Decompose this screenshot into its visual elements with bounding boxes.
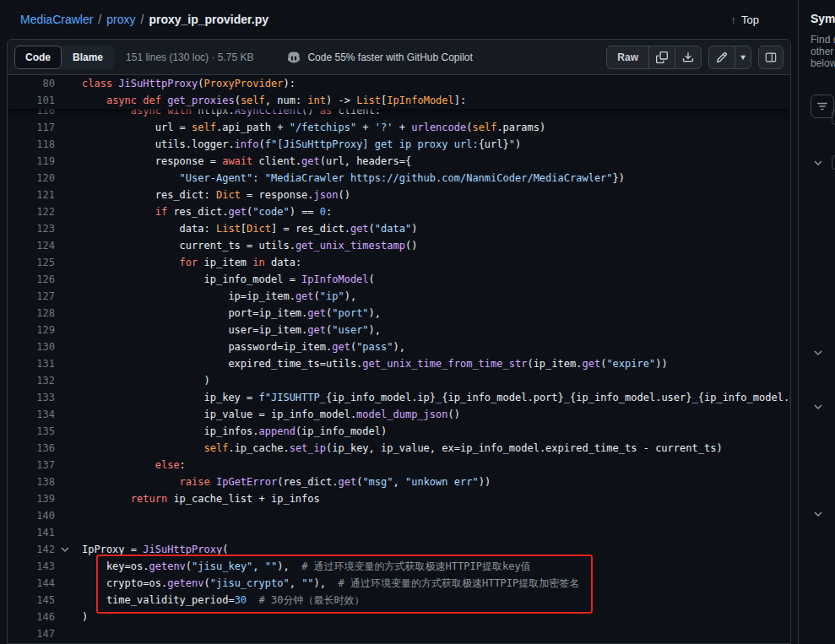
- line-number[interactable]: 121: [8, 187, 55, 203]
- line-number[interactable]: 133: [8, 389, 55, 406]
- breadcrumb-folder-link[interactable]: proxy: [106, 13, 135, 26]
- chevron-slot: [55, 338, 75, 355]
- edit-options-dropdown[interactable]: ▾: [735, 46, 751, 69]
- chevron-slot: [55, 558, 75, 575]
- code-line: 120 "User-Agent": "MediaCrawler https://…: [8, 170, 790, 187]
- chevron-slot: [55, 220, 75, 237]
- symbol-tree-chevron-down-icon[interactable]: [811, 401, 825, 413]
- line-number[interactable]: 124: [8, 237, 55, 254]
- filter-symbols-button[interactable]: [811, 95, 834, 118]
- line-number[interactable]: 131: [8, 355, 55, 372]
- symbols-panel-toggle-button[interactable]: [758, 46, 783, 69]
- line-number[interactable]: 122: [8, 203, 55, 220]
- chevron-slot: [55, 389, 75, 406]
- line-number[interactable]: 135: [8, 423, 55, 440]
- file-toolbar: Code Blame 151 lines (130 loc) · 5.75 KB…: [8, 40, 790, 75]
- chevron-slot: [55, 187, 75, 203]
- code-text: ip=ip_item.get("ip"),: [82, 288, 790, 305]
- line-number[interactable]: 117: [8, 119, 55, 136]
- line-number[interactable]: 129: [8, 322, 55, 338]
- line-number[interactable]: 130: [8, 338, 55, 355]
- chevron-down-icon: ▾: [740, 52, 745, 62]
- chevron-slot: [55, 288, 75, 305]
- line-number[interactable]: 142: [8, 541, 55, 558]
- collapse-region-chevron-icon[interactable]: [55, 541, 75, 558]
- line-gutter: 132: [8, 372, 82, 389]
- code-text: url = self.api_path + "/fetchips" + '?' …: [82, 119, 790, 136]
- line-gutter: 147: [8, 625, 82, 642]
- line-number[interactable]: 134: [8, 406, 55, 423]
- download-icon: [682, 51, 694, 63]
- code-line: 146): [8, 609, 790, 625]
- filter-icon: [816, 100, 828, 112]
- copy-raw-button[interactable]: [648, 46, 675, 69]
- file-view-box: Code Blame 151 lines (130 loc) · 5.75 KB…: [7, 39, 791, 644]
- download-raw-button[interactable]: [675, 46, 702, 69]
- code-text: key=os.getenv("jisu_key", ""), # 通过环境变量的…: [82, 558, 790, 575]
- line-gutter: 129: [8, 322, 82, 338]
- line-number[interactable]: 136: [8, 440, 55, 457]
- edit-button-group: ▾: [708, 46, 751, 69]
- symbol-tree-chevron-down-icon[interactable]: [811, 508, 825, 520]
- line-number[interactable]: 125: [8, 254, 55, 271]
- code-text: ): [82, 372, 790, 389]
- chevron-slot: [55, 625, 75, 642]
- chevron-slot: [55, 372, 75, 389]
- line-number[interactable]: 132: [8, 372, 55, 389]
- line-number[interactable]: 101: [8, 92, 55, 109]
- chevron-slot: [55, 524, 75, 541]
- line-number[interactable]: 119: [8, 153, 55, 170]
- symbols-panel: Symbols Find definitions and references …: [798, 0, 835, 644]
- line-number[interactable]: 137: [8, 457, 55, 474]
- line-number[interactable]: 138: [8, 474, 55, 490]
- line-gutter: 128: [8, 305, 82, 322]
- line-number[interactable]: 143: [8, 558, 55, 575]
- code-text: utils.logger.info(f"[JiSuHttpProxy] get …: [82, 136, 790, 153]
- breadcrumb-separator: /: [98, 13, 101, 26]
- line-number[interactable]: 139: [8, 490, 55, 507]
- back-to-top-label: Top: [741, 14, 759, 26]
- line-number[interactable]: 118: [8, 136, 55, 153]
- tab-code[interactable]: Code: [14, 46, 62, 69]
- line-number[interactable]: 128: [8, 305, 55, 322]
- line-number[interactable]: 147: [8, 625, 55, 642]
- line-gutter: 133: [8, 389, 82, 406]
- code-text: data: List[Dict] = res_dict.get("data"): [82, 220, 790, 237]
- line-number[interactable]: 140: [8, 507, 55, 524]
- line-number[interactable]: 120: [8, 170, 55, 187]
- breadcrumb-repo-link[interactable]: MediaCrawler: [20, 13, 93, 26]
- line-number[interactable]: 145: [8, 592, 55, 609]
- line-number[interactable]: 123: [8, 220, 55, 237]
- symbol-tree-chevron-down-icon[interactable]: [811, 347, 825, 359]
- raw-button[interactable]: Raw: [606, 46, 649, 69]
- line-number[interactable]: 141: [8, 524, 55, 541]
- symbols-panel-title: Symbols: [799, 0, 835, 25]
- line-number[interactable]: 127: [8, 288, 55, 305]
- line-gutter: 135: [8, 423, 82, 440]
- line-gutter: 119: [8, 153, 82, 170]
- code-text: "User-Agent": "MediaCrawler https://gith…: [82, 170, 790, 187]
- line-number[interactable]: 80: [8, 75, 55, 92]
- code-text: [82, 507, 790, 524]
- code-line: 124 current_ts = utils.get_unix_timestam…: [8, 237, 790, 254]
- code-text: for ip_item in data:: [82, 254, 790, 271]
- tab-blame[interactable]: Blame: [62, 46, 114, 69]
- line-gutter: 123: [8, 220, 82, 237]
- code-line: 136 self.ip_cache.set_ip(ip_key, ip_valu…: [8, 440, 790, 457]
- code-text: [82, 625, 790, 642]
- code-text: self.ip_cache.set_ip(ip_key, ip_value, e…: [82, 440, 790, 457]
- line-number[interactable]: 144: [8, 575, 55, 592]
- back-to-top-button[interactable]: ↑ Top: [726, 13, 764, 27]
- line-number[interactable]: 146: [8, 609, 55, 625]
- code-line: 126 ip_info_model = IpInfoModel(: [8, 271, 790, 288]
- chevron-slot: [55, 153, 75, 170]
- chevron-slot: [55, 322, 75, 338]
- chevron-slot: [55, 203, 75, 220]
- code-line: 144 crypto=os.getenv("jisu_crypto", ""),…: [8, 575, 790, 592]
- edit-file-button[interactable]: [708, 46, 735, 69]
- line-gutter: 80: [8, 75, 82, 92]
- chevron-slot: [55, 170, 75, 187]
- line-number[interactable]: 126: [8, 271, 55, 288]
- code-line: 118 utils.logger.info(f"[JiSuHttpProxy] …: [8, 136, 790, 153]
- symbol-tree-chevron-down-icon[interactable]: [811, 157, 825, 169]
